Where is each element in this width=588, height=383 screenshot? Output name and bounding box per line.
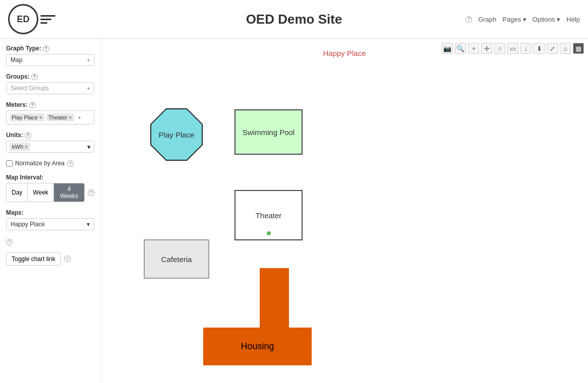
groups-label: Groups: ? xyxy=(6,73,94,80)
maps-caret: ▾ xyxy=(87,221,90,228)
logo-line-2 xyxy=(40,19,51,20)
units-caret: ▾ xyxy=(87,143,91,151)
graph-type-dropdown[interactable]: Map ▾ xyxy=(6,54,94,66)
meter-tag-play-place: Play Place × xyxy=(10,113,44,121)
main-layout: Graph Type: ? Map ▾ Groups: ? Select Gro… xyxy=(0,39,588,383)
map-interval-label: Map Interval: xyxy=(6,174,94,181)
toggle-help-icon[interactable]: ? xyxy=(64,256,71,262)
normalize-row: Normalize by Area ? xyxy=(6,160,94,167)
extra-help-icon[interactable]: ? xyxy=(6,239,13,245)
units-input[interactable]: kWh × ▾ xyxy=(6,141,94,153)
logo-lines xyxy=(40,15,55,24)
units-help-icon[interactable]: ? xyxy=(25,132,31,139)
interval-day[interactable]: Day xyxy=(7,183,28,202)
interval-buttons: Day Week 4 Weeks xyxy=(6,183,85,202)
nav-help-icon[interactable]: ? xyxy=(465,16,472,23)
meters-caret[interactable]: ▾ xyxy=(78,115,81,120)
logo-circle: ED xyxy=(8,4,38,34)
housing-arm xyxy=(260,268,289,328)
nav-graph-link[interactable]: Graph xyxy=(478,16,496,23)
units-section: Units: ? kWh × ▾ xyxy=(6,132,94,153)
groups-caret: ▾ xyxy=(87,86,90,91)
nav-pages-dropdown[interactable]: Pages ▾ xyxy=(502,16,526,23)
units-label: Units: ? xyxy=(6,132,94,139)
site-title: OED Demo Site xyxy=(246,12,342,27)
normalize-checkbox[interactable] xyxy=(6,160,13,167)
interval-4weeks[interactable]: 4 Weeks xyxy=(54,183,85,202)
swimming-pool-shape[interactable]: Swimming Pool xyxy=(234,109,303,155)
unit-tag-kwh: kWh × xyxy=(10,143,30,151)
map-area: 📷 🔍 ＋ ✛ ○ ▭ ↓ ⬇ ⤢ ⌂ ▦ Happy Place Play P… xyxy=(101,39,588,383)
groups-dropdown[interactable]: Select Groups ▾ xyxy=(6,82,94,94)
top-nav: ED OED Demo Site ? Graph Pages ▾ Options… xyxy=(0,0,588,39)
meter-tag-theater: Theater × xyxy=(46,113,74,121)
graph-type-help-icon[interactable]: ? xyxy=(43,45,49,52)
toggle-chart-button[interactable]: Toggle chart link xyxy=(6,252,61,266)
groups-section: Groups: ? Select Groups ▾ xyxy=(6,73,94,94)
map-title: Happy Place xyxy=(323,49,366,57)
interval-help-icon[interactable]: ? xyxy=(88,189,94,196)
meters-help-icon[interactable]: ? xyxy=(29,102,36,108)
nav-links: ? Graph Pages ▾ Options ▾ Help xyxy=(465,16,580,23)
toggle-row: Toggle chart link ? xyxy=(6,252,94,266)
maps-label: Maps: xyxy=(6,209,94,216)
theater-shape[interactable]: Theater xyxy=(234,190,303,240)
normalize-help-icon[interactable]: ? xyxy=(67,160,74,167)
extra-help-section: ? xyxy=(6,237,94,245)
interval-week[interactable]: Week xyxy=(28,183,53,202)
meter-tag-play-place-remove[interactable]: × xyxy=(39,115,42,120)
logo-line-1 xyxy=(40,15,55,17)
nav-options-dropdown[interactable]: Options ▾ xyxy=(533,16,560,23)
nav-help-link[interactable]: Help xyxy=(566,16,580,23)
logo-area: ED xyxy=(8,4,55,34)
map-canvas: Happy Place Play Place Swimming Pool The… xyxy=(101,39,588,383)
graph-type-section: Graph Type: ? Map ▾ xyxy=(6,45,94,66)
maps-section: Maps: Happy Place ▾ xyxy=(6,209,94,230)
logo-line-3 xyxy=(40,22,47,24)
play-place-shape[interactable]: Play Place xyxy=(151,109,202,160)
map-interval-section: Map Interval: Day Week 4 Weeks ? xyxy=(6,174,94,202)
cafeteria-shape[interactable]: Cafeteria xyxy=(144,239,209,279)
normalize-section: Normalize by Area ? xyxy=(6,160,94,167)
unit-tag-kwh-remove[interactable]: × xyxy=(25,144,28,150)
meters-section: Meters: ? Play Place × Theater × ▾ xyxy=(6,101,94,124)
meters-input[interactable]: Play Place × Theater × ▾ xyxy=(6,110,94,124)
maps-dropdown[interactable]: Happy Place ▾ xyxy=(6,218,94,230)
logo-text: ED xyxy=(17,14,29,25)
graph-type-caret: ▾ xyxy=(87,57,90,63)
sidebar: Graph Type: ? Map ▾ Groups: ? Select Gro… xyxy=(0,39,101,383)
graph-type-label: Graph Type: ? xyxy=(6,45,94,52)
meter-tag-theater-remove[interactable]: × xyxy=(69,115,72,120)
groups-help-icon[interactable]: ? xyxy=(31,74,38,80)
theater-indicator xyxy=(267,231,271,235)
meters-label: Meters: ? xyxy=(6,101,94,108)
housing-base[interactable]: Housing xyxy=(203,328,312,365)
